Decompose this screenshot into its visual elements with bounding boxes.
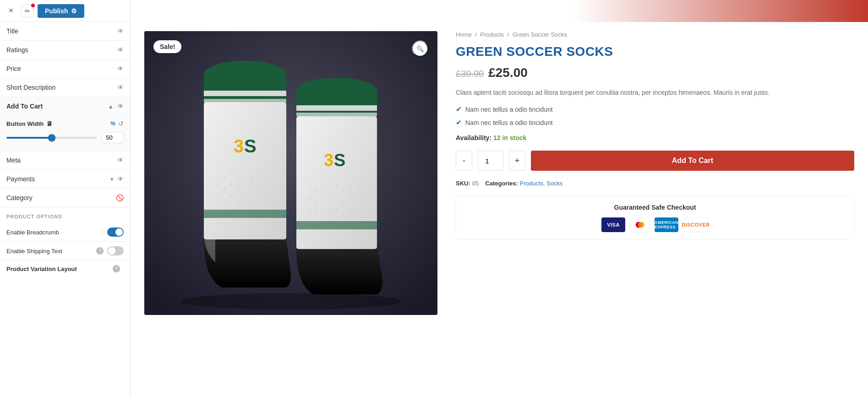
breadcrumb-home[interactable]: Home	[456, 31, 472, 38]
breadcrumb-products[interactable]: Products	[480, 31, 504, 38]
eye-icon-add-to-cart: 👁	[117, 103, 124, 110]
svg-point-53	[315, 202, 317, 204]
close-button[interactable]: ×	[5, 5, 17, 17]
svg-point-10	[230, 172, 232, 174]
svg-rect-0	[144, 31, 437, 315]
gear-icon: ⚙	[71, 7, 77, 15]
svg-text:S: S	[244, 136, 257, 156]
section-row-price[interactable]: Price 👁	[0, 60, 130, 78]
unit-percent-btn[interactable]: %	[110, 120, 115, 127]
toggle-label-shipping: Enable Shipping Text	[6, 248, 96, 255]
product-info: Home / Products / Green Soccer Socks GRE…	[456, 31, 854, 387]
svg-point-67	[349, 209, 351, 211]
add-to-cart-button[interactable]: Add To Cart	[531, 151, 854, 171]
edit-button[interactable]: ✏	[21, 5, 34, 17]
svg-point-51	[363, 186, 365, 188]
svg-point-16	[272, 172, 273, 174]
visibility-toggle-ratings[interactable]: 👁	[117, 46, 124, 54]
help-icon-variation[interactable]: ?	[113, 265, 120, 272]
amex-icon: AMERICAN EXPRESS	[655, 217, 678, 232]
collapse-add-to-cart[interactable]: ▲	[108, 103, 114, 110]
meta-row-wrapper: Meta 👁 ◀	[0, 151, 130, 170]
svg-point-12	[244, 172, 246, 174]
publish-label: Publish	[45, 7, 68, 15]
svg-text:S: S	[334, 151, 345, 170]
svg-point-54	[322, 197, 324, 199]
svg-point-55	[329, 202, 331, 204]
svg-point-34	[272, 195, 273, 197]
product-variation-row: Product Variation Layout ?	[0, 260, 130, 277]
svg-point-69	[363, 209, 365, 211]
availability-label: Availability:	[456, 134, 491, 141]
check-icon-1: ✔	[456, 105, 462, 114]
qty-minus-btn[interactable]: -	[456, 151, 472, 171]
slider-thumb[interactable]	[48, 134, 55, 141]
product-features: ✔ Nam nec tellus a odio tincidunt ✔ Nam …	[456, 105, 854, 127]
svg-point-44	[315, 190, 317, 192]
section-row-title[interactable]: Title 👁	[0, 22, 130, 41]
section-label-ratings: Ratings	[6, 46, 117, 54]
svg-point-15	[265, 177, 267, 179]
reset-btn[interactable]: ↺	[118, 120, 124, 127]
eye-icon-payments: 👁	[117, 175, 124, 183]
qty-input[interactable]	[478, 151, 503, 171]
slider-track[interactable]	[6, 137, 97, 139]
safe-checkout: Guaranteed Safe Checkout VISA AMERICAN E…	[456, 196, 854, 240]
categories-value[interactable]: Products, Socks	[519, 180, 562, 187]
svg-text:3: 3	[324, 151, 333, 170]
sale-badge: Sale!	[153, 40, 181, 53]
expand-payments[interactable]: ▾	[110, 176, 114, 183]
section-row-category[interactable]: Category 🚫	[0, 189, 130, 207]
section-row-payments[interactable]: Payments ▾ 👁	[0, 170, 130, 189]
search-badge[interactable]: 🔍	[412, 40, 428, 57]
section-row-ratings[interactable]: Ratings 👁	[0, 41, 130, 60]
eye-icon-short-desc: 👁	[117, 84, 124, 91]
qty-plus-btn[interactable]: +	[509, 151, 525, 171]
toggle-breadcrumb[interactable]	[107, 228, 124, 237]
svg-point-18	[224, 188, 225, 190]
section-header-add-to-cart[interactable]: Add To Cart ▲ 👁	[0, 97, 130, 115]
section-label-title: Title	[6, 27, 117, 35]
edit-dot	[31, 4, 35, 7]
svg-point-63	[322, 209, 324, 211]
help-icon-shipping[interactable]: ?	[96, 247, 104, 255]
toggle-shipping[interactable]	[107, 246, 124, 255]
payment-icons: VISA AMERICAN EXPRESS DISCOVER	[464, 217, 846, 232]
availability: Availability: 12 in stock	[456, 134, 854, 141]
visibility-toggle-add-to-cart[interactable]: 👁	[117, 103, 124, 110]
svg-point-14	[258, 172, 260, 174]
section-row-short-desc[interactable]: Short Description 👁	[0, 78, 130, 97]
svg-point-68	[356, 213, 358, 215]
main-content: Sale! 🔍	[131, 0, 868, 396]
visibility-toggle-short-desc[interactable]: 👁	[117, 84, 124, 91]
svg-point-59	[356, 202, 358, 204]
feature-text-1: Nam nec tellus a odio tincidunt	[465, 106, 553, 113]
left-panel: × ✏ Publish ⚙ Title 👁 Ratings 👁 Price	[0, 0, 131, 396]
visibility-toggle-category[interactable]: 🚫	[116, 194, 124, 201]
svg-point-71	[181, 293, 401, 309]
section-label-add-to-cart: Add To Cart	[6, 103, 108, 110]
visibility-toggle-title[interactable]: 👁	[117, 27, 124, 35]
visibility-toggle-payments[interactable]: 👁	[117, 175, 124, 183]
svg-point-33	[265, 200, 267, 201]
slider-fill	[6, 137, 52, 139]
section-row-meta[interactable]: Meta 👁	[0, 151, 130, 170]
publish-button[interactable]: Publish ⚙	[38, 4, 84, 18]
svg-point-25	[272, 184, 273, 185]
svg-point-60	[363, 197, 365, 199]
product-title: GREEN SOCCER SOCKS	[456, 44, 854, 59]
svg-rect-3	[204, 91, 286, 96]
slider-value-input[interactable]	[102, 132, 124, 143]
monitor-icon: 🖥	[46, 120, 53, 127]
visibility-toggle-price[interactable]: 👁	[117, 65, 124, 72]
section-label-payments: Payments	[6, 175, 110, 183]
visibility-toggle-meta[interactable]: 👁	[117, 157, 124, 164]
button-width-label: Button Width 🖥 % ↺	[6, 120, 124, 127]
svg-point-47	[336, 186, 338, 188]
sku-value: 05	[472, 180, 478, 187]
toggle-knob-breadcrumb	[115, 228, 123, 236]
svg-point-58	[349, 197, 351, 199]
product-image-area: Sale! 🔍	[144, 31, 437, 387]
toggle-label-breadcrumb: Enable Breadcrumb	[6, 229, 107, 236]
svg-point-46	[329, 190, 331, 192]
